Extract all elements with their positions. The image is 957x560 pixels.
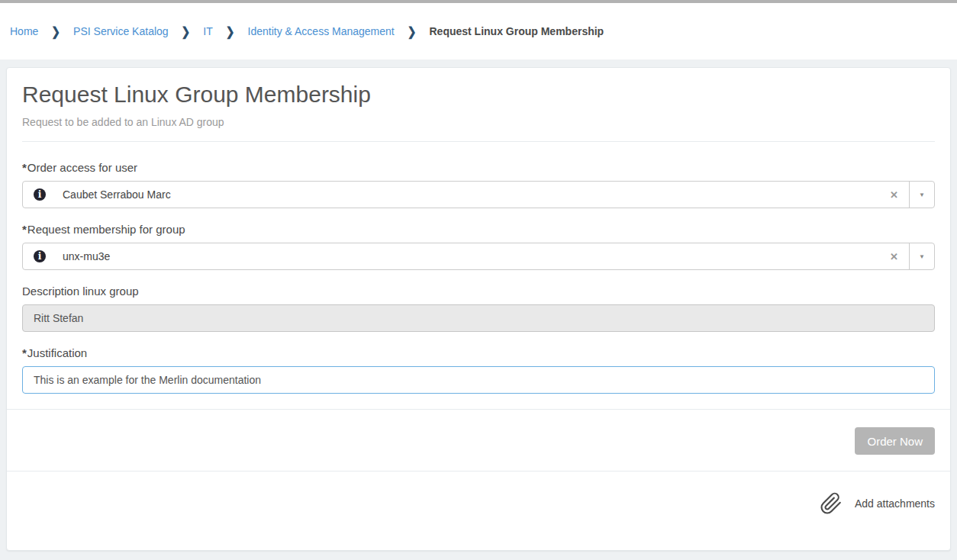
page-title: Request Linux Group Membership xyxy=(22,79,935,110)
breadcrumb-bar: Home ❯ PSI Service Katalog ❯ IT ❯ Identi… xyxy=(0,3,957,60)
justification-input[interactable] xyxy=(22,366,935,394)
breadcrumb-identity-access-management[interactable]: Identity & Access Management xyxy=(248,25,395,37)
clear-icon[interactable]: ✕ xyxy=(890,189,898,201)
required-marker: * xyxy=(22,223,27,236)
required-marker: * xyxy=(22,346,27,359)
dropdown-toggle[interactable]: ▼ xyxy=(909,243,934,269)
chevron-right-icon: ❯ xyxy=(51,24,60,38)
field-request-membership-for-group: *Request membership for group i unx-mu3e… xyxy=(22,224,935,270)
caret-down-icon: ▼ xyxy=(919,191,925,198)
request-membership-for-group-label: Request membership for group xyxy=(27,223,185,236)
field-label: Description linux group xyxy=(22,285,935,298)
required-marker: * xyxy=(22,161,27,174)
card-header: Request Linux Group Membership Request t… xyxy=(7,68,950,142)
attachments-section: Add attachments xyxy=(7,471,950,515)
breadcrumb-psi-service-katalog[interactable]: PSI Service Katalog xyxy=(73,25,169,37)
request-membership-for-group-value: unx-mu3e xyxy=(63,250,890,262)
order-access-for-user-value: Caubet Serrabou Marc xyxy=(63,188,890,201)
order-access-for-user-select[interactable]: i Caubet Serrabou Marc ✕ ▼ xyxy=(22,181,935,208)
description-linux-group-label: Description linux group xyxy=(22,285,139,298)
request-membership-for-group-select[interactable]: i unx-mu3e ✕ ▼ xyxy=(22,243,935,270)
breadcrumb-home[interactable]: Home xyxy=(10,25,38,37)
dropdown-toggle[interactable]: ▼ xyxy=(909,182,934,208)
page-subtitle: Request to be added to an Linux AD group xyxy=(22,115,935,129)
description-linux-group-input xyxy=(22,304,935,332)
justification-label: Justification xyxy=(27,346,87,359)
order-section: Order Now xyxy=(7,410,950,471)
order-access-for-user-label: Order access for user xyxy=(27,161,137,174)
breadcrumb-current-page: Request Linux Group Membership xyxy=(429,25,604,37)
field-justification: *Justification xyxy=(22,347,935,394)
field-label: *Justification xyxy=(22,347,935,359)
chevron-right-icon: ❯ xyxy=(182,24,191,38)
request-form-card: Request Linux Group Membership Request t… xyxy=(6,67,951,551)
info-icon: i xyxy=(34,250,46,262)
add-attachments-link[interactable]: Add attachments xyxy=(855,497,935,510)
breadcrumb: Home ❯ PSI Service Katalog ❯ IT ❯ Identi… xyxy=(10,25,604,37)
form-body: *Order access for user i Caubet Serrabou… xyxy=(7,142,950,409)
field-description-linux-group: Description linux group xyxy=(22,285,935,332)
field-label: *Request membership for group xyxy=(22,224,935,236)
caret-down-icon: ▼ xyxy=(919,253,925,260)
field-label: *Order access for user xyxy=(22,162,935,174)
chevron-right-icon: ❯ xyxy=(408,24,417,38)
order-now-button[interactable]: Order Now xyxy=(855,427,935,455)
breadcrumb-it[interactable]: IT xyxy=(203,25,212,37)
chevron-right-icon: ❯ xyxy=(226,24,235,38)
clear-icon[interactable]: ✕ xyxy=(890,251,898,262)
paperclip-icon[interactable] xyxy=(820,492,843,515)
info-icon: i xyxy=(34,188,46,201)
field-order-access-for-user: *Order access for user i Caubet Serrabou… xyxy=(22,162,935,208)
